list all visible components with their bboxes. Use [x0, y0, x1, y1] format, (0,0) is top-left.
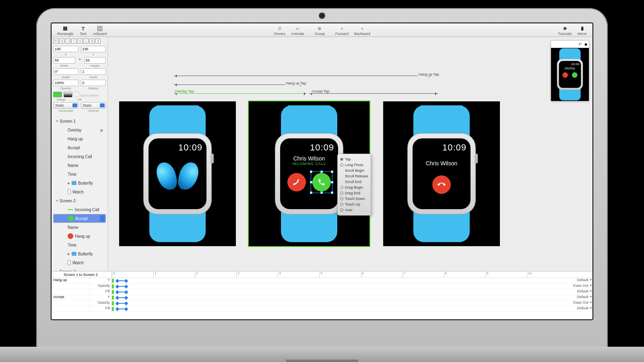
accept-button[interactable]	[312, 173, 331, 191]
tool-drivers[interactable]: ☰Drivers	[271, 25, 288, 36]
gesture-option-scroll-end[interactable]: Scroll End	[339, 179, 369, 185]
camera-dot	[320, 14, 324, 18]
gesture-option-auto[interactable]: Auto	[339, 207, 369, 213]
tool-animate[interactable]: ▭Animate	[289, 25, 307, 36]
arrow-label: Hang up Tap	[285, 81, 307, 85]
image-swatch[interactable]	[53, 92, 62, 97]
layers-panel: ▼Screen 1Overlay◉Hang upAcceptIncoming C…	[53, 117, 106, 271]
input-height[interactable]	[84, 57, 106, 64]
artboard-screen-3[interactable]: 10:09 Chris Wilson	[383, 101, 500, 246]
layer-overlay[interactable]: Overlay◉	[53, 125, 106, 134]
arrow-hangup-tap	[174, 84, 303, 85]
fill-swatch[interactable]	[64, 92, 72, 97]
vertical-mode-select[interactable]: Static	[81, 102, 106, 109]
tool-backward[interactable]: ≡Backward	[352, 25, 373, 36]
laptop-frame: Rectangle TText Artboard ☰Drivers ▭Anima…	[36, 8, 608, 354]
incoming-label: INCOMING CALL	[284, 162, 334, 166]
layer-time[interactable]: Time	[53, 241, 106, 249]
layer-watch[interactable]: Watch	[53, 187, 106, 196]
input-y[interactable]	[81, 46, 106, 52]
gesture-popover: TapLong PressScroll BeginScroll ReleaseS…	[337, 154, 371, 216]
hangup-button[interactable]	[432, 175, 451, 194]
gesture-option-touch-down[interactable]: Touch Down	[339, 196, 369, 202]
caller-name: Chris Wilson	[417, 160, 466, 167]
timeline-title: Screen 1 to Screen 2	[52, 272, 112, 278]
timeline-row[interactable]: OpacityEase Out	[52, 284, 592, 289]
layer-name[interactable]: Name	[53, 223, 106, 232]
timeline-row[interactable]: AcceptYDefault	[52, 295, 592, 300]
undo-icon[interactable]: ↶	[578, 42, 582, 47]
arrow-label: Hang up Tap	[418, 72, 440, 76]
gesture-option-drag-begin[interactable]: Drag Begin	[339, 185, 369, 190]
layer-watch[interactable]: Watch	[53, 258, 106, 267]
preview-window[interactable]: ↶ ■ 10:09 Chris Wilson INCOMING CALL	[551, 40, 589, 101]
timeline-ruler[interactable]: 012345678910	[112, 272, 568, 278]
record-icon[interactable]: ■	[584, 42, 587, 47]
timeline-panel: Screen 1 to Screen 2 012345678910 Hang u…	[52, 271, 592, 319]
watch-time: 10:09	[153, 142, 202, 153]
layer-butterfly[interactable]: ▶Butterfly	[53, 179, 106, 187]
gesture-option-touch-up[interactable]: Touch Up	[339, 202, 369, 207]
layer-butterfly[interactable]: ▶Butterfly	[53, 249, 106, 258]
arrow-label: Overlay Tap	[174, 89, 195, 93]
arrow-hangup-tap-2	[174, 76, 431, 76]
layer-accept[interactable]: Accept	[53, 214, 106, 223]
app-window: Rectangle TText Artboard ☰Drivers ▭Anima…	[51, 23, 593, 320]
layer-hang-up[interactable]: Hang up	[53, 134, 106, 143]
gesture-option-scroll-begin[interactable]: Scroll Begin	[339, 168, 369, 173]
input-radius[interactable]	[81, 80, 106, 86]
layer-screen-2[interactable]: ▼Screen 2	[53, 196, 106, 205]
toolbar: Rectangle TText Artboard ☰Drivers ▭Anima…	[52, 23, 592, 37]
tool-text[interactable]: TText	[77, 25, 90, 36]
gesture-option-scroll-release[interactable]: Scroll Release	[339, 173, 369, 179]
canvas[interactable]: Hang up Tap Hang up Tap Overlay Tap Acce…	[108, 37, 592, 271]
tool-tutorials[interactable]: 🎓Tutorials	[555, 25, 574, 36]
butterfly-icon	[157, 162, 198, 194]
timeline-row[interactable]: FillDefault	[52, 306, 592, 312]
selection-box	[311, 171, 332, 193]
align-left-icon: ⊢	[53, 39, 58, 43]
layer-hang-up[interactable]: Hang up	[53, 232, 106, 241]
input-x[interactable]	[53, 46, 78, 52]
caller-name: Chris Wilson	[284, 155, 334, 162]
arrow-label: Accept Tap	[311, 89, 330, 93]
align-controls[interactable]: ⊢⫿⊣⊤⫾⊥⫔⫓	[53, 39, 106, 43]
timeline-row[interactable]: Hang upYDefault	[52, 278, 592, 284]
artboard-screen-1[interactable]: 10:09	[119, 101, 236, 246]
timeline-row[interactable]: OpacityEase Out	[52, 300, 592, 306]
gesture-option-drag-end[interactable]: Drag End	[339, 190, 369, 196]
layer-incoming-call[interactable]: Incoming Call	[53, 205, 106, 214]
inspector-panel: ⊢⫿⊣⊤⫾⊥⫔⫓ X Y Width ⚭ Height Angle Scale …	[52, 37, 108, 271]
layer-accept[interactable]: Accept	[53, 143, 106, 152]
layer-screen-1[interactable]: ▼Screen 1	[53, 117, 106, 125]
watch-time: 10:09	[284, 142, 334, 153]
tool-rectangle[interactable]: Rectangle	[55, 25, 76, 36]
layer-screen-3[interactable]: ▶Screen 3	[53, 267, 106, 271]
gesture-option-long-press[interactable]: Long Press	[339, 162, 369, 168]
tool-artboard[interactable]: Artboard	[91, 25, 109, 36]
arrow-accept-tap	[309, 93, 438, 94]
hangup-button[interactable]	[287, 173, 306, 191]
tool-mirror[interactable]: 📱Mirror	[575, 25, 590, 36]
clip-children-checkbox[interactable]	[74, 91, 79, 97]
tool-forward[interactable]: ≡Forward	[333, 25, 351, 36]
layer-incoming-call[interactable]: Incoming Call	[53, 152, 106, 161]
lock-icon[interactable]: ⚭	[78, 57, 82, 68]
tool-group[interactable]: ⊞Group	[312, 25, 327, 36]
timeline-row[interactable]: FillDefault	[52, 289, 592, 295]
watch-time: 10:09	[417, 142, 466, 153]
layer-name[interactable]: Name	[53, 161, 106, 170]
input-angle[interactable]	[53, 68, 78, 75]
arrow-overlay-tap	[174, 93, 307, 94]
layer-time[interactable]: Time	[53, 170, 106, 179]
laptop-base	[0, 347, 644, 362]
horizontal-mode-select[interactable]: Static	[53, 102, 78, 109]
input-width[interactable]	[53, 57, 75, 64]
input-opacity[interactable]	[53, 80, 78, 86]
input-scale[interactable]	[81, 68, 106, 75]
gesture-option-tap[interactable]: Tap	[339, 156, 369, 162]
